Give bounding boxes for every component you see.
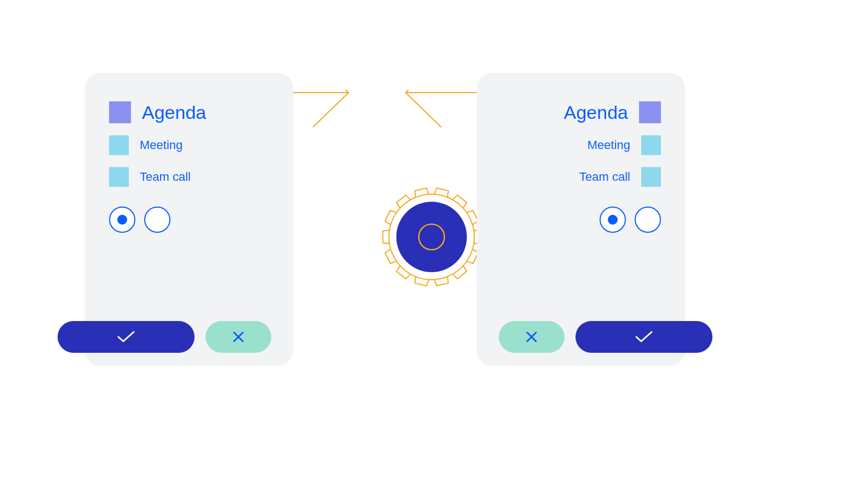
color-swatch — [639, 101, 661, 123]
radio-group — [501, 207, 661, 233]
card-left: Agenda Meeting Team call — [85, 73, 293, 366]
list-item: Team call — [501, 167, 661, 187]
check-icon — [117, 330, 135, 343]
card-title: Agenda — [142, 102, 206, 123]
check-icon — [635, 330, 653, 343]
x-icon — [525, 330, 538, 343]
list-item: Team call — [109, 167, 269, 187]
color-swatch — [109, 135, 129, 155]
gear-icon — [378, 184, 485, 290]
card-title-row: Agenda — [501, 101, 661, 123]
list-item-label: Meeting — [140, 138, 183, 152]
x-icon — [232, 330, 245, 343]
svg-point-2 — [396, 202, 467, 272]
color-swatch — [641, 135, 661, 155]
button-row — [499, 321, 712, 353]
color-swatch — [641, 167, 661, 187]
cancel-button[interactable] — [206, 321, 271, 353]
list-item-label: Team call — [579, 170, 630, 184]
radio-group — [109, 207, 269, 233]
list-item-label: Meeting — [588, 138, 630, 152]
cancel-button[interactable] — [499, 321, 564, 353]
radio-option-1[interactable] — [109, 207, 135, 233]
list-item-label: Team call — [140, 170, 191, 184]
radio-option-1[interactable] — [635, 207, 661, 233]
color-swatch — [109, 167, 129, 187]
card-right: Agenda Meeting Team call — [477, 73, 685, 366]
card-title: Agenda — [564, 102, 628, 123]
button-row — [58, 321, 271, 353]
radio-option-2[interactable] — [144, 207, 170, 233]
diagram-stage: Agenda Meeting Team call Agenda — [0, 0, 844, 504]
card-title-row: Agenda — [109, 101, 269, 123]
list-item: Meeting — [501, 135, 661, 155]
radio-option-2[interactable] — [600, 207, 626, 233]
confirm-button[interactable] — [575, 321, 712, 353]
confirm-button[interactable] — [58, 321, 195, 353]
list-item: Meeting — [109, 135, 269, 155]
color-swatch — [109, 101, 131, 123]
